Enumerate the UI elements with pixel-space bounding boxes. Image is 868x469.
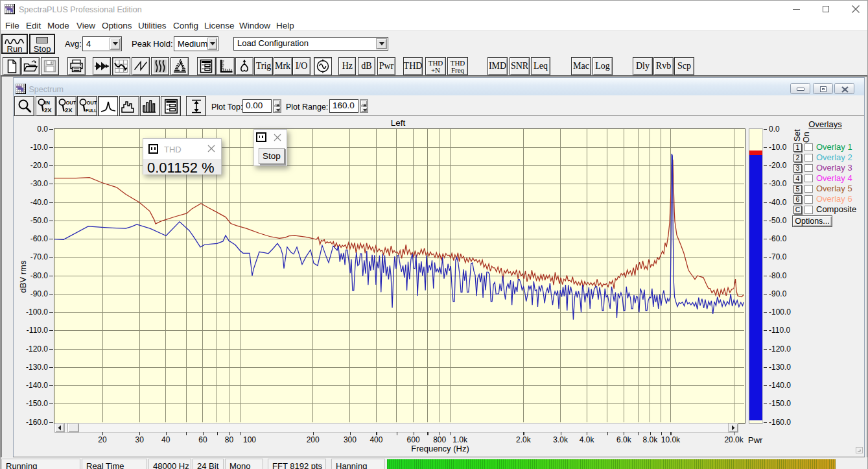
svg-text:FULL: FULL (86, 108, 97, 112)
svg-text:OUT: OUT (86, 100, 97, 106)
svg-text:IN: IN (45, 100, 50, 106)
svg-text:OUT: OUT (65, 100, 76, 106)
svg-text:2X: 2X (44, 106, 52, 113)
svg-text:2X: 2X (65, 106, 73, 113)
